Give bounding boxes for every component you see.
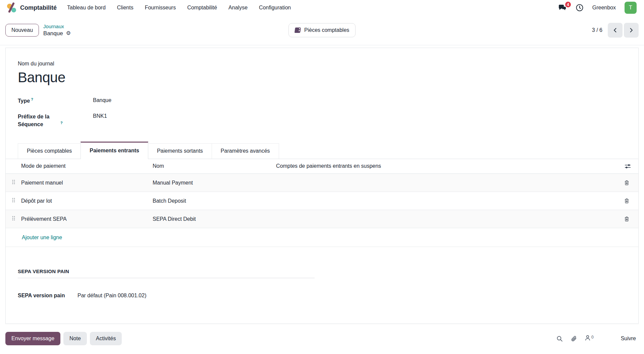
notebook-tabs: Pièces comptables Paiements entrants Pai… [6, 143, 638, 159]
navbar-left: Comptabilité Tableau de bord Clients Fou… [5, 0, 297, 15]
cell-outstanding-accounts[interactable] [276, 210, 615, 228]
tab-outgoing-payments[interactable]: Paiements sortants [148, 143, 212, 159]
pager-buttons [608, 23, 639, 38]
menu-item-clients[interactable]: Clients [111, 0, 139, 15]
type-field-value[interactable]: Banque [93, 97, 111, 103]
help-icon: ? [31, 97, 33, 101]
chevron-right-icon [629, 28, 634, 33]
top-navbar: Comptabilité Tableau de bord Clients Fou… [0, 0, 644, 15]
breadcrumb-current-label: Banque [43, 30, 63, 37]
add-line-row: Ajouter une ligne [6, 228, 638, 247]
menu-item-dashboard[interactable]: Tableau de bord [61, 0, 111, 15]
book-icon [294, 28, 301, 33]
breadcrumb-journals-link[interactable]: Journaux [43, 23, 71, 30]
table-header-row: Mode de paiement Nom Comptes de paiement… [6, 159, 638, 174]
activities-button[interactable]: Activités [90, 332, 122, 345]
follow-button[interactable]: Suivre [621, 336, 636, 342]
menu-item-accounting[interactable]: Comptabilité [181, 0, 223, 15]
attachments-icon[interactable] [571, 336, 577, 342]
followers-icon[interactable]: 0 [585, 335, 593, 342]
pager: 3 / 6 [592, 23, 639, 38]
table-row: Dépôt par lot Batch Deposit [6, 192, 638, 210]
tab-journal-entries[interactable]: Pièces comptables [18, 143, 81, 159]
cell-name[interactable]: SEPA Direct Debit [153, 210, 276, 228]
cell-payment-method[interactable]: Dépôt par lot [21, 192, 153, 210]
tab-incoming-payments[interactable]: Paiements entrants [80, 142, 148, 159]
handle-column-header [6, 159, 21, 174]
logo-teal-dot [11, 8, 16, 12]
cell-outstanding-accounts[interactable] [276, 192, 615, 210]
menu-item-analysis[interactable]: Analyse [223, 0, 253, 15]
optional-columns-icon[interactable] [625, 164, 631, 169]
cell-name[interactable]: Batch Deposit [153, 192, 276, 210]
menu-item-vendors[interactable]: Fournisseurs [139, 0, 181, 15]
navbar-right: 4 Greenbox T [558, 2, 639, 14]
pager-next-button[interactable] [624, 23, 639, 38]
help-icon: ? [60, 121, 63, 125]
pager-value[interactable]: 3 / 6 [592, 27, 602, 33]
type-field-label: Type? [18, 97, 93, 105]
delete-row-button[interactable] [623, 179, 631, 187]
cell-payment-method[interactable]: Paiement manuel [21, 174, 153, 192]
tab-advanced-settings[interactable]: Paramètres avancés [212, 143, 279, 159]
row-delete-cell [615, 210, 638, 228]
sequence-prefix-field-value[interactable]: BNK1 [93, 113, 107, 119]
trash-icon [624, 198, 630, 204]
app-name[interactable]: Comptabilité [20, 4, 57, 11]
followers-count: 0 [591, 335, 594, 340]
cell-name[interactable]: Manual Payment [153, 174, 276, 192]
cell-payment-method[interactable]: Prélèvement SEPA [21, 210, 153, 228]
drag-handle-icon[interactable] [10, 196, 17, 204]
form-sheet: Nom du journal Banque Type? Banque Préfi… [5, 48, 639, 324]
journal-name-label: Nom du journal [18, 61, 638, 67]
search-messages-icon[interactable] [556, 336, 563, 342]
messages-badge: 4 [565, 1, 572, 8]
menu-item-configuration[interactable]: Configuration [253, 0, 297, 15]
breadcrumb: Journaux Banque ⚙ [43, 23, 71, 37]
drag-handle-icon[interactable] [10, 214, 17, 222]
row-delete-cell [615, 192, 638, 210]
new-button[interactable]: Nouveau [5, 24, 39, 37]
journal-name-value[interactable]: Banque [18, 69, 638, 86]
trash-icon [624, 216, 630, 222]
company-switcher[interactable]: Greenbox [592, 5, 616, 11]
log-note-button[interactable]: Note [63, 332, 87, 345]
messages-icon[interactable]: 4 [558, 4, 567, 11]
delete-row-button[interactable] [623, 215, 631, 223]
row-handle-cell [6, 210, 21, 228]
chevron-left-icon [613, 28, 618, 33]
cell-outstanding-accounts[interactable] [276, 174, 615, 192]
delete-row-button[interactable] [623, 197, 631, 205]
add-line-link[interactable]: Ajouter une ligne [6, 235, 62, 241]
column-header-payment-method[interactable]: Mode de paiement [21, 159, 153, 174]
row-delete-cell [615, 174, 638, 192]
journal-header: Nom du journal Banque Type? Banque Préfi… [6, 48, 638, 129]
column-header-outstanding-accounts[interactable]: Comptes de paiements entrants en suspens [276, 159, 615, 174]
activities-clock-icon[interactable] [576, 4, 584, 12]
control-panel: Nouveau Journaux Banque ⚙ Pièces comptab… [0, 15, 644, 45]
field-row-type: Type? Banque [18, 97, 638, 105]
send-message-button[interactable]: Envoyer message [5, 332, 60, 345]
field-row-sequence-prefix: Préfixe de la Séquence? BNK1 [18, 113, 638, 128]
sepa-section-title: SEPA VERSION PAIN [18, 268, 315, 278]
smart-button-label: Pièces comptables [304, 27, 349, 33]
sepa-version-field-value[interactable]: Par défaut (Pain 008.001.02) [77, 292, 146, 299]
sepa-version-field-label: SEPA version pain [18, 293, 77, 299]
row-handle-cell [6, 174, 21, 192]
trash-icon [624, 180, 630, 186]
gear-icon[interactable]: ⚙ [66, 31, 71, 36]
sepa-version-field-row: SEPA version pain Par défaut (Pain 008.0… [18, 292, 638, 299]
user-avatar[interactable]: T [625, 2, 637, 14]
pager-previous-button[interactable] [608, 23, 623, 38]
sepa-section: SEPA VERSION PAIN SEPA version pain Par … [18, 268, 638, 299]
breadcrumb-current: Banque ⚙ [43, 30, 71, 37]
drag-handle-icon[interactable] [10, 178, 17, 186]
journal-entries-smart-button[interactable]: Pièces comptables [288, 23, 356, 37]
table-row: Paiement manuel Manual Payment [6, 174, 638, 192]
chatter: Envoyer message Note Activités 0 Suivre [0, 324, 644, 345]
app-logo-icon[interactable] [7, 3, 16, 13]
optional-columns-header [615, 159, 638, 174]
column-header-name[interactable]: Nom [153, 159, 276, 174]
sequence-prefix-field-label: Préfixe de la Séquence? [18, 113, 93, 128]
row-handle-cell [6, 192, 21, 210]
